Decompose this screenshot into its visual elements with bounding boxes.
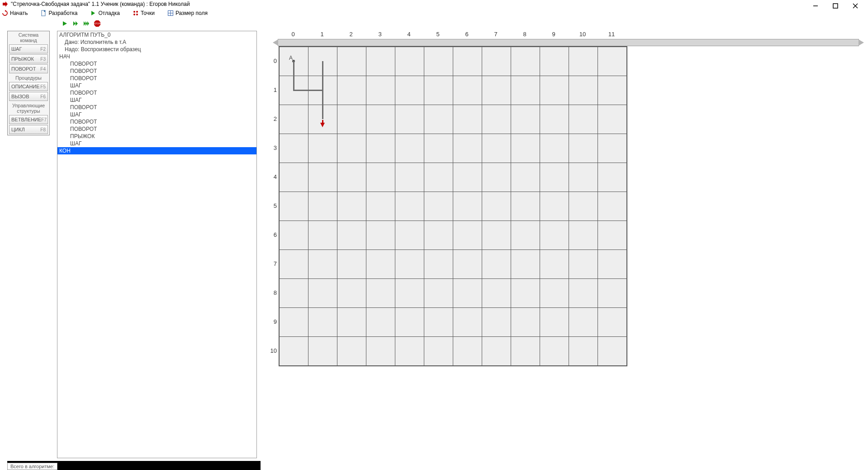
grid-cell[interactable]	[511, 163, 540, 192]
code-line[interactable]: ШАГ	[57, 82, 256, 89]
grid-cell[interactable]	[598, 308, 627, 337]
grid-cell[interactable]	[540, 221, 569, 250]
grid-cell[interactable]	[337, 192, 366, 221]
grid-cell[interactable]	[280, 221, 308, 250]
grid-cell[interactable]	[569, 192, 598, 221]
grid-cell[interactable]	[424, 47, 453, 76]
code-line[interactable]: ПОВОРОТ	[57, 104, 256, 111]
grid-cell[interactable]	[395, 279, 424, 308]
grid-cell[interactable]	[395, 47, 424, 76]
grid-cell[interactable]	[482, 163, 511, 192]
grid-cell[interactable]	[482, 279, 511, 308]
grid-cell[interactable]	[424, 134, 453, 163]
grid-cell[interactable]	[308, 134, 337, 163]
minimize-button[interactable]	[807, 2, 824, 10]
grid-cell[interactable]	[511, 76, 540, 105]
grid-cell[interactable]	[540, 163, 569, 192]
grid-cell[interactable]	[511, 105, 540, 134]
grid[interactable]: A	[279, 46, 627, 366]
grid-cell[interactable]	[569, 105, 598, 134]
grid-cell[interactable]	[453, 76, 482, 105]
grid-cell[interactable]	[337, 105, 366, 134]
grid-cell[interactable]	[308, 221, 337, 250]
grid-cell[interactable]	[540, 279, 569, 308]
grid-cell[interactable]	[453, 105, 482, 134]
code-editor[interactable]: АЛГОРИТМ ПУТЬ_0Дано: Исполнитель в т.АНа…	[57, 31, 257, 458]
grid-cell[interactable]	[453, 308, 482, 337]
grid-cell[interactable]	[424, 76, 453, 105]
grid-cell[interactable]	[337, 250, 366, 279]
grid-cell[interactable]	[511, 250, 540, 279]
code-line[interactable]: Надо: Воспроизвести образец	[57, 46, 256, 53]
cmd-button[interactable]: ЦИКЛF8	[9, 125, 48, 134]
grid-cell[interactable]	[453, 134, 482, 163]
grid-cell[interactable]	[569, 47, 598, 76]
code-line[interactable]: ПОВОРОТ	[57, 125, 256, 133]
code-line[interactable]: ПРЫЖОК	[57, 133, 256, 140]
grid-cell[interactable]	[337, 134, 366, 163]
grid-cell[interactable]	[395, 221, 424, 250]
grid-cell[interactable]	[540, 105, 569, 134]
code-line[interactable]: ШАГ	[57, 111, 256, 118]
cmd-button[interactable]: ПОВОРОТF4	[9, 64, 48, 73]
grid-cell[interactable]	[366, 105, 395, 134]
code-line[interactable]: ПОВОРОТ	[57, 67, 256, 75]
grid-cell[interactable]	[424, 337, 453, 366]
code-line[interactable]: ПОВОРОТ	[57, 60, 256, 67]
menu-fieldsize[interactable]: Размер поля	[167, 10, 208, 16]
horizontal-scroll-strip[interactable]	[278, 39, 859, 46]
grid-cell[interactable]	[453, 279, 482, 308]
code-line[interactable]: НАЧ	[57, 53, 256, 60]
grid-cell[interactable]	[482, 250, 511, 279]
grid-cell[interactable]	[482, 308, 511, 337]
grid-cell[interactable]	[366, 134, 395, 163]
grid-cell[interactable]	[337, 221, 366, 250]
grid-cell[interactable]	[482, 105, 511, 134]
maximize-button[interactable]	[827, 2, 844, 10]
grid-cell[interactable]	[366, 308, 395, 337]
grid-cell[interactable]	[482, 192, 511, 221]
code-line[interactable]: КОН	[57, 147, 256, 154]
grid-cell[interactable]	[395, 163, 424, 192]
grid-cell[interactable]	[308, 279, 337, 308]
grid-cell[interactable]	[569, 163, 598, 192]
grid-cell[interactable]	[482, 337, 511, 366]
grid-cell[interactable]	[482, 76, 511, 105]
grid-cell[interactable]	[308, 163, 337, 192]
code-line[interactable]: ПОВОРОТ	[57, 89, 256, 96]
grid-cell[interactable]	[280, 134, 308, 163]
grid-cell[interactable]	[453, 337, 482, 366]
grid-cell[interactable]	[540, 337, 569, 366]
grid-cell[interactable]	[453, 250, 482, 279]
stop-button[interactable]: STOP	[93, 19, 101, 28]
grid-cell[interactable]	[280, 192, 308, 221]
cmd-button[interactable]: ПРЫЖОКF3	[9, 54, 48, 63]
grid-cell[interactable]	[569, 279, 598, 308]
grid-cell[interactable]	[598, 134, 627, 163]
grid-cell[interactable]	[308, 337, 337, 366]
grid-cell[interactable]	[366, 192, 395, 221]
grid-cell[interactable]	[395, 250, 424, 279]
grid-cell[interactable]	[424, 192, 453, 221]
grid-cell[interactable]	[482, 221, 511, 250]
grid-cell[interactable]	[337, 279, 366, 308]
close-button[interactable]	[847, 2, 863, 10]
grid-cell[interactable]	[395, 76, 424, 105]
grid-cell[interactable]	[598, 47, 627, 76]
grid-cell[interactable]	[511, 192, 540, 221]
grid-cell[interactable]	[366, 163, 395, 192]
grid-cell[interactable]	[598, 279, 627, 308]
grid-cell[interactable]	[540, 308, 569, 337]
grid-cell[interactable]	[569, 308, 598, 337]
grid-cell[interactable]	[424, 105, 453, 134]
grid-cell[interactable]	[308, 250, 337, 279]
grid-cell[interactable]	[366, 47, 395, 76]
grid-cell[interactable]	[366, 76, 395, 105]
menu-debug[interactable]: Отладка	[90, 10, 119, 16]
cmd-button[interactable]: ОПИСАНИЕF5	[9, 82, 48, 91]
grid-cell[interactable]	[511, 308, 540, 337]
grid-cell[interactable]	[424, 221, 453, 250]
grid-cell[interactable]	[540, 134, 569, 163]
cmd-button[interactable]: ШАГF2	[9, 44, 48, 53]
grid-cell[interactable]	[482, 47, 511, 76]
